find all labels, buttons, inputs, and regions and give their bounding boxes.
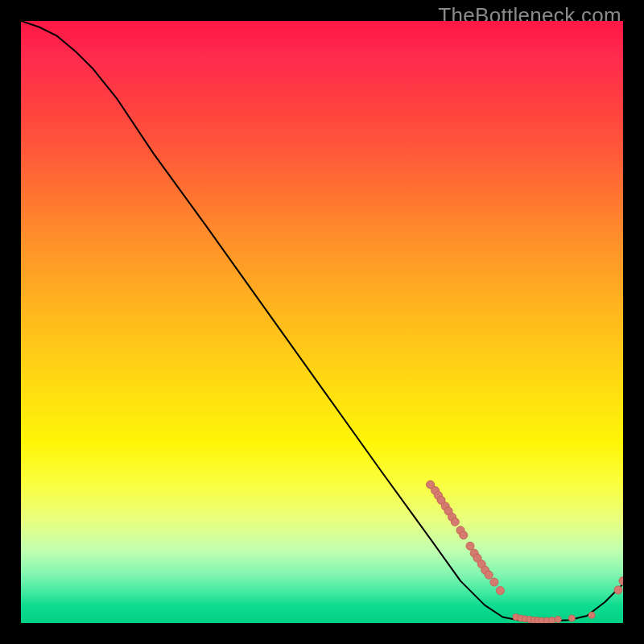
data-point (496, 587, 504, 595)
chart-stage: TheBottleneck.com (0, 0, 644, 644)
data-points-group (427, 481, 623, 623)
bottleneck-curve (21, 21, 623, 621)
data-point (619, 577, 623, 585)
data-point (460, 531, 468, 539)
chart-svg (21, 21, 623, 623)
plot-area (21, 21, 623, 623)
data-point (614, 586, 622, 594)
data-point (451, 518, 459, 526)
data-point (466, 542, 474, 550)
data-point (568, 615, 575, 621)
data-point (555, 617, 561, 623)
data-point (485, 571, 493, 579)
data-point (549, 617, 555, 623)
data-point (490, 578, 498, 586)
data-point (588, 612, 595, 618)
